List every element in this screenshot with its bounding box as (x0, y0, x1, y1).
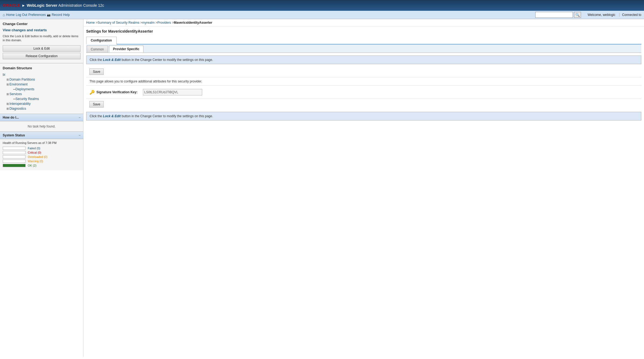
oracle-logo: ORACLE (3, 3, 20, 8)
save-button-1[interactable]: Save (89, 68, 104, 75)
change-center-desc: Click the Lock & Edit button to modify, … (3, 34, 80, 43)
system-status-title: System Status (3, 133, 25, 137)
status-bar-fill (3, 164, 25, 167)
status-row: Warning (0) (3, 160, 80, 163)
sub-tab-provider-specific[interactable]: Provider Specific (109, 46, 144, 53)
breadcrumb-current: MavericsIdentityAsserter (174, 21, 212, 25)
search-button[interactable]: 🔍 (574, 12, 581, 18)
info-bar-top: Click the Lock & Edit button in the Chan… (86, 56, 641, 64)
services-link[interactable]: Services (9, 92, 22, 96)
welcome-text: Welcome, weblogic (587, 13, 615, 17)
app-title: WebLogic Server Administration Console 1… (27, 3, 104, 8)
tree-item-deployments[interactable]: ⊞─Deployments (3, 87, 80, 92)
settings-title: Settings for MavericsIdentityAsserter (86, 29, 641, 33)
status-bar-container (3, 147, 26, 150)
top-header: ORACLE ▶ WebLogic Server Administration … (0, 0, 644, 11)
status-bar-container (3, 164, 26, 167)
domain-structure-title: Domain Structure (3, 66, 80, 70)
system-status-header: System Status − (0, 132, 83, 139)
system-status-content: Health of Running Servers as of 7:38 PM … (0, 139, 83, 170)
domain-structure: Domain Structure bi ⊞Domain Partitions ⊞… (0, 63, 83, 114)
status-bar-container (3, 151, 26, 154)
content-area: Home >Summary of Security Realms >myreal… (83, 19, 644, 357)
tree-item-bi[interactable]: bi (3, 72, 80, 77)
status-row: Critical (0) (3, 151, 80, 154)
status-label[interactable]: Overloaded (0) (28, 155, 47, 158)
nav-record[interactable]: Record (52, 13, 62, 17)
record-icon: 📷 (47, 13, 51, 17)
status-bar-container (3, 155, 26, 158)
how-do-i-title: How do I... (3, 116, 19, 119)
tree-item-interoperability[interactable]: ⊞Interoperability (3, 101, 80, 106)
search-input[interactable] (535, 12, 573, 18)
status-row: Failed (0) (3, 147, 80, 150)
nav-logout[interactable]: Log Out (16, 13, 27, 17)
how-do-i-section: How do I... − No task help found. (0, 114, 83, 132)
nav-home[interactable]: Home (6, 13, 15, 17)
key-icon: 🔑 (89, 90, 95, 95)
breadcrumb-providers[interactable]: Providers (157, 21, 171, 25)
main-layout: Change Center View changes and restarts … (0, 19, 644, 357)
how-do-i-content: No task help found. (0, 121, 83, 132)
status-row: OK (2) (3, 164, 80, 167)
search-icon: 🔍 (575, 13, 580, 17)
save-row-2: Save (86, 99, 641, 110)
sig-key-label-text: Signature Verification Key: (96, 90, 138, 94)
lock-edit-button[interactable]: Lock & Edit (3, 45, 80, 52)
tree-item-domain-partitions[interactable]: ⊞Domain Partitions (3, 77, 80, 82)
breadcrumb-myrealm[interactable]: myrealm (142, 21, 155, 25)
status-label[interactable]: Failed (0) (28, 147, 40, 150)
environment-link[interactable]: Environment (9, 82, 27, 86)
status-label[interactable]: Critical (0) (28, 151, 41, 154)
system-status-section: System Status − Health of Running Server… (0, 132, 83, 170)
connected-text: Connected to (619, 13, 641, 17)
tree-item-environment[interactable]: ⊞Environment (3, 82, 80, 87)
sub-tabs: Common Provider Specific (86, 44, 641, 53)
breadcrumb-security-realms[interactable]: Summary of Security Realms (97, 21, 139, 25)
security-realms-link[interactable]: Security Realms (16, 97, 39, 101)
settings-panel: Settings for MavericsIdentityAsserter Co… (83, 26, 644, 125)
change-center-title: Change Center (3, 22, 80, 26)
nav-help[interactable]: Help (63, 13, 70, 17)
config-tabs: Configuration (86, 36, 641, 44)
sidebar: Change Center View changes and restarts … (0, 19, 83, 357)
how-do-i-collapse-button[interactable]: − (79, 116, 80, 119)
save-button-2[interactable]: Save (89, 101, 104, 108)
how-do-i-header: How do I... − (0, 114, 83, 121)
tree-item-diagnostics[interactable]: ⊞Diagnostics (3, 106, 80, 111)
status-bar-container (3, 160, 26, 163)
lock-edit-em-bottom: Lock & Edit (103, 114, 121, 118)
nav-preferences[interactable]: Preferences (28, 13, 46, 17)
lock-edit-em-top: Lock & Edit (103, 58, 121, 62)
breadcrumb-bar: Home >Summary of Security Realms >myreal… (83, 19, 644, 26)
info-bar-bottom: Click the Lock & Edit button in the Chan… (86, 112, 641, 120)
status-label[interactable]: Warning (0) (28, 160, 43, 163)
sig-key-input[interactable] (143, 89, 202, 95)
page-desc: This page allows you to configure additi… (86, 77, 641, 86)
tree-root-link[interactable]: bi (3, 73, 5, 77)
home-icon: ⌂ (3, 13, 5, 17)
sig-key-section: 🔑 Signature Verification Key: (86, 86, 641, 99)
release-config-button[interactable]: Release Configuration (3, 53, 80, 59)
status-rows: Failed (0)Critical (0)Overloaded (0)Warn… (3, 147, 80, 167)
tab-configuration[interactable]: Configuration (86, 37, 117, 44)
tree-item-services[interactable]: ⊞Services (3, 92, 80, 96)
tree-item-security-realms[interactable]: ⊞─Security Realms (3, 96, 80, 101)
diagnostics-link[interactable]: Diagnostics (9, 107, 26, 111)
save-row-1: Save (86, 66, 641, 77)
deployments-link[interactable]: Deployments (16, 87, 34, 91)
nav-search-container: 🔍 (535, 12, 581, 18)
domain-partitions-link[interactable]: Domain Partitions (9, 78, 35, 81)
status-label[interactable]: OK (2) (28, 164, 36, 167)
system-status-collapse-button[interactable]: − (79, 133, 80, 137)
breadcrumb-home[interactable]: Home (86, 21, 95, 25)
interoperability-link[interactable]: Interoperability (9, 102, 31, 106)
health-title: Health of Running Servers as of 7:38 PM (3, 141, 80, 144)
sub-tab-common[interactable]: Common (87, 46, 108, 53)
nav-bar: ⌂ Home Log Out Preferences 📷 Record Help… (0, 11, 644, 19)
view-changes-link[interactable]: View changes and restarts (3, 28, 80, 32)
change-center: Change Center View changes and restarts … (0, 19, 83, 63)
status-row: Overloaded (0) (3, 155, 80, 158)
sig-key-label: 🔑 Signature Verification Key: (89, 90, 138, 95)
